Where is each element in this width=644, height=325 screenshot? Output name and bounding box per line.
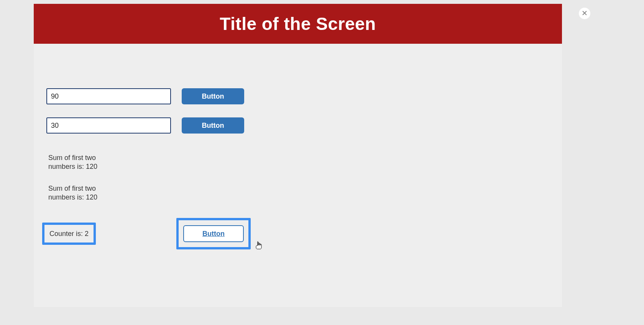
button3-highlight: Button [176, 218, 251, 249]
counter-highlight: Counter is: 2 [42, 223, 96, 245]
page-title: Title of the Screen [220, 13, 376, 34]
input-row-1: Button [46, 88, 244, 104]
counter-button[interactable]: Button [183, 225, 244, 242]
modal-screen: Title of the Screen Button Button Sum of… [34, 4, 562, 307]
button3-wrap: Button [179, 220, 248, 247]
action-button-1[interactable]: Button [182, 88, 244, 104]
action-button-2[interactable]: Button [182, 117, 244, 134]
input-row-2: Button [46, 117, 244, 134]
close-icon [582, 10, 587, 17]
sum-result-1: Sum of first two numbers is: 120 [48, 153, 117, 172]
number-input-2[interactable] [46, 117, 171, 134]
number-input-1[interactable] [46, 88, 171, 104]
close-button[interactable] [579, 8, 590, 19]
header: Title of the Screen [34, 4, 562, 44]
counter-label: Counter is: 2 [44, 225, 94, 243]
link-cursor-icon [256, 241, 263, 249]
sum-result-2: Sum of first two numbers is: 120 [48, 184, 117, 202]
